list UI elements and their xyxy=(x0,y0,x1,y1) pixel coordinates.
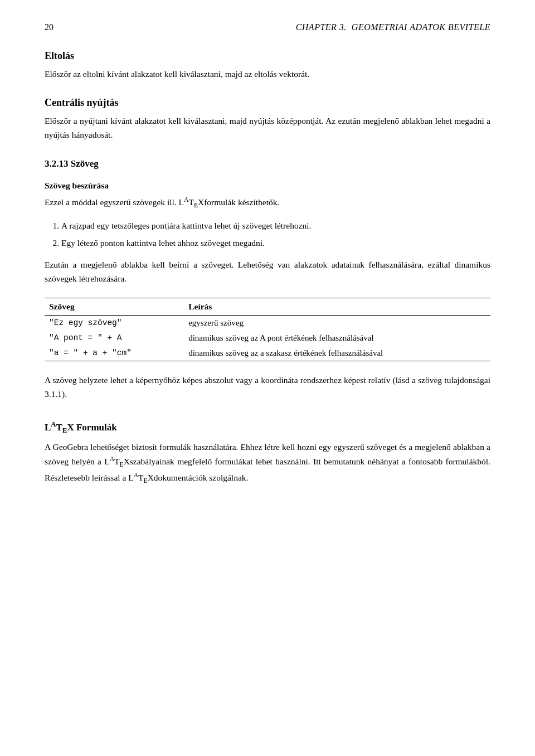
table-cell-code-2: "A pont = " + A xyxy=(45,331,184,346)
table-header-szoveg: Szöveg xyxy=(45,298,184,316)
szoveg-para-table-after: A szöveg helyzete lehet a képernyőhöz ké… xyxy=(45,374,490,401)
szoveg-para-after: Ezután a megjelenő ablakba kell beírni a… xyxy=(45,258,490,286)
szoveg-subheading: Szöveg beszúrása xyxy=(45,181,490,191)
szoveg-intro: Ezzel a móddal egyszerű szövegek ill. LA… xyxy=(45,195,490,211)
section-szoveg: 3.2.13 Szöveg Szöveg beszúrása Ezzel a m… xyxy=(45,158,490,401)
table-cell-desc-1: egyszerű szöveg xyxy=(184,316,490,331)
eltolas-paragraph: Először az eltolni kívánt alakzatot kell… xyxy=(45,67,490,81)
section-latex: LATEX Formulák A GeoGebra lehetőséget bi… xyxy=(45,420,490,487)
szoveg-heading: 3.2.13 Szöveg xyxy=(45,158,490,169)
centralis-paragraph: Először a nyújtani kívánt alakzatot kell… xyxy=(45,114,490,142)
table-cell-code-1: "Ez egy szöveg" xyxy=(45,316,184,331)
table-row: "a = " + a + "cm" dinamikus szöveg az a … xyxy=(45,346,490,361)
table-cell-desc-3: dinamikus szöveg az a szakasz értékének … xyxy=(184,346,490,361)
table-cell-desc-2: dinamikus szöveg az A pont értékének fel… xyxy=(184,331,490,346)
centralis-heading: Centrális nyújtás xyxy=(45,97,490,109)
chapter-title-text: CHAPTER 3. GEOMETRIAI ADATOK BEVITELE xyxy=(296,22,490,32)
table-cell-code-3: "a = " + a + "cm" xyxy=(45,346,184,361)
latex-paragraph: A GeoGebra lehetőséget biztosít formulák… xyxy=(45,440,490,486)
szoveg-table: Szöveg Leírás "Ez egy szöveg" egyszerű s… xyxy=(45,298,490,361)
list-item-1: A rajzpad egy tetszőleges pontjára katti… xyxy=(61,219,490,233)
table-row: "Ez egy szöveg" egyszerű szöveg xyxy=(45,316,490,331)
page: 20 CHAPTER 3. GEOMETRIAI ADATOK BEVITELE… xyxy=(0,0,535,756)
section-centralis: Centrális nyújtás Először a nyújtani kív… xyxy=(45,97,490,142)
table-row: "A pont = " + A dinamikus szöveg az A po… xyxy=(45,331,490,346)
chapter-title: CHAPTER 3. GEOMETRIAI ADATOK BEVITELE xyxy=(296,22,490,32)
table-header-leiras: Leírás xyxy=(184,298,490,316)
page-header: 20 CHAPTER 3. GEOMETRIAI ADATOK BEVITELE xyxy=(45,22,490,32)
latex-heading: LATEX Formulák xyxy=(45,420,490,435)
eltolas-heading: Eltolás xyxy=(45,50,490,62)
page-number: 20 xyxy=(45,22,54,32)
section-eltolas: Eltolás Először az eltolni kívánt alakza… xyxy=(45,50,490,81)
list-item-2: Egy létező ponton kattintva lehet ahhoz … xyxy=(61,236,490,250)
table-header-row: Szöveg Leírás xyxy=(45,298,490,316)
szoveg-list: A rajzpad egy tetszőleges pontjára katti… xyxy=(61,219,490,250)
